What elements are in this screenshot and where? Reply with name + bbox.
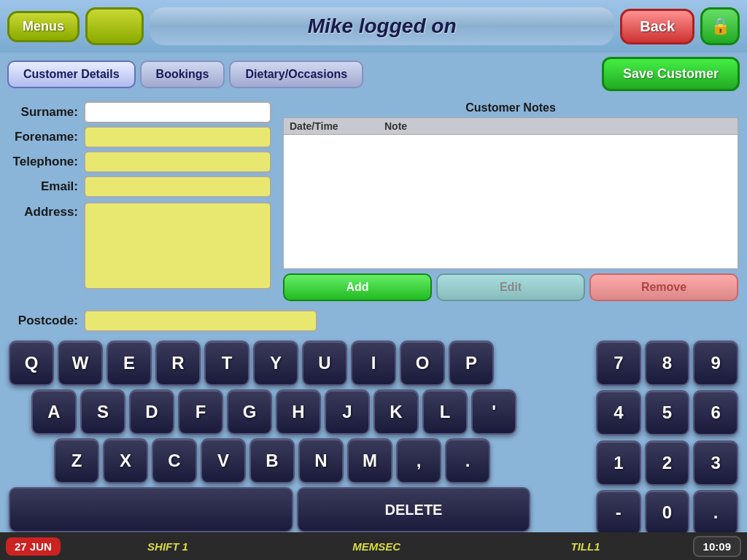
forename-input[interactable]	[84, 126, 271, 148]
keyboard-main: Q W E R T Y U I O P A S D F G H J K L ' …	[9, 341, 587, 536]
status-bar: 27 JUN SHIFT 1 MEMSEC TILL1 10:09	[0, 532, 747, 560]
tab-customer-details[interactable]: Customer Details	[7, 61, 136, 88]
key-x[interactable]: X	[103, 438, 148, 483]
numpad-6[interactable]: 6	[693, 390, 738, 435]
key-row-3: Z X C V B N M , .	[9, 438, 587, 483]
key-b[interactable]: B	[249, 438, 295, 483]
tab-bookings[interactable]: Bookings	[140, 61, 225, 88]
numpad-4[interactable]: 4	[596, 390, 641, 435]
notes-datetime-col: Date/Time	[290, 120, 384, 132]
key-o[interactable]: O	[400, 341, 445, 386]
key-row-2: A S D F G H J K L '	[9, 389, 587, 435]
key-t[interactable]: T	[204, 341, 249, 386]
email-input[interactable]	[84, 176, 271, 198]
header-title: Mike logged on	[150, 7, 614, 45]
telephone-label: Telephone:	[9, 155, 78, 169]
numpad-0[interactable]: 0	[645, 490, 690, 535]
key-a[interactable]: A	[31, 389, 77, 435]
surname-input[interactable]	[84, 101, 271, 123]
key-z[interactable]: Z	[54, 438, 99, 483]
key-m[interactable]: M	[347, 438, 392, 483]
key-d[interactable]: D	[129, 389, 174, 435]
surname-label: Surname:	[9, 105, 78, 120]
email-row: Email:	[9, 176, 271, 198]
tab-dietary[interactable]: Dietary/Occasions	[229, 61, 363, 88]
key-e[interactable]: E	[107, 341, 152, 386]
address-label: Address:	[9, 205, 78, 219]
address-row: Address:	[9, 202, 271, 289]
form-area: Surname: Forename: Telephone: Email: Add…	[0, 96, 747, 307]
key-row-1: Q W E R T Y U I O P	[9, 341, 587, 386]
notes-actions: Add Edit Remove	[283, 273, 738, 301]
key-j[interactable]: J	[325, 389, 370, 435]
status-time: 10:09	[693, 536, 741, 557]
back-button[interactable]: Back	[620, 9, 694, 44]
key-g[interactable]: G	[227, 389, 272, 435]
remove-note-button[interactable]: Remove	[589, 273, 738, 301]
form-right: Customer Notes Date/Time Note Add Edit R…	[283, 101, 738, 301]
telephone-input[interactable]	[84, 151, 271, 173]
key-r[interactable]: R	[155, 341, 201, 386]
key-p[interactable]: P	[449, 341, 494, 386]
surname-row: Surname:	[9, 101, 271, 123]
keyboard-area: Q W E R T Y U I O P A S D F G H J K L ' …	[0, 335, 747, 542]
numpad-5[interactable]: 5	[645, 390, 690, 435]
header: Menus Mike logged on Back 🔒	[0, 0, 747, 52]
numpad-1[interactable]: 1	[596, 440, 641, 486]
status-date: 27 JUN	[6, 537, 61, 556]
key-k[interactable]: K	[374, 389, 419, 435]
key-period[interactable]: .	[445, 438, 490, 483]
keyboard-numpad: 7 8 9 4 5 6 1 2 3 - 0 .	[596, 341, 738, 536]
status-till: TILL1	[484, 540, 686, 553]
postcode-input[interactable]	[84, 310, 317, 332]
key-f[interactable]: F	[178, 389, 223, 435]
notes-header: Date/Time Note	[283, 117, 738, 135]
key-s[interactable]: S	[80, 389, 125, 435]
numpad-3[interactable]: 3	[693, 440, 738, 486]
key-space[interactable]	[9, 487, 293, 532]
postcode-label: Postcode:	[9, 314, 78, 328]
telephone-row: Telephone:	[9, 151, 271, 173]
numpad-dot[interactable]: .	[693, 490, 738, 535]
key-i[interactable]: I	[351, 341, 396, 386]
notes-body	[283, 135, 738, 269]
key-row-4: DELETE	[9, 487, 587, 532]
notes-title: Customer Notes	[283, 101, 738, 114]
status-memsec: MEMSEC	[275, 540, 478, 553]
key-y[interactable]: Y	[253, 341, 298, 386]
edit-note-button[interactable]: Edit	[436, 273, 585, 301]
lock-button[interactable]: 🔒	[700, 7, 740, 45]
forename-label: Forename:	[9, 130, 78, 144]
key-h[interactable]: H	[276, 389, 321, 435]
key-n[interactable]: N	[298, 438, 344, 483]
save-customer-button[interactable]: Save Customer	[602, 57, 740, 91]
status-shift: SHIFT 1	[66, 540, 269, 553]
key-u[interactable]: U	[302, 341, 347, 386]
menus-button[interactable]: Menus	[7, 11, 80, 42]
add-note-button[interactable]: Add	[283, 273, 432, 301]
key-v[interactable]: V	[201, 438, 246, 483]
numpad-minus[interactable]: -	[596, 490, 641, 535]
key-delete[interactable]: DELETE	[297, 487, 530, 532]
forename-row: Forename:	[9, 126, 271, 148]
numpad-9[interactable]: 9	[693, 341, 738, 386]
extra-button[interactable]	[85, 7, 144, 45]
notes-note-col: Note	[384, 120, 407, 132]
postcode-row: Postcode:	[0, 307, 747, 335]
key-q[interactable]: Q	[9, 341, 54, 386]
key-w[interactable]: W	[58, 341, 103, 386]
key-c[interactable]: C	[152, 438, 197, 483]
key-l[interactable]: L	[422, 389, 468, 435]
numpad-7[interactable]: 7	[596, 341, 641, 386]
numpad-2[interactable]: 2	[645, 440, 690, 486]
email-label: Email:	[9, 179, 78, 194]
form-left: Surname: Forename: Telephone: Email: Add…	[9, 101, 271, 301]
address-input[interactable]	[84, 202, 271, 289]
tab-bar: Customer Details Bookings Dietary/Occasi…	[0, 52, 747, 96]
key-comma[interactable]: ,	[396, 438, 441, 483]
numpad-8[interactable]: 8	[645, 341, 690, 386]
key-apostrophe[interactable]: '	[471, 389, 516, 435]
